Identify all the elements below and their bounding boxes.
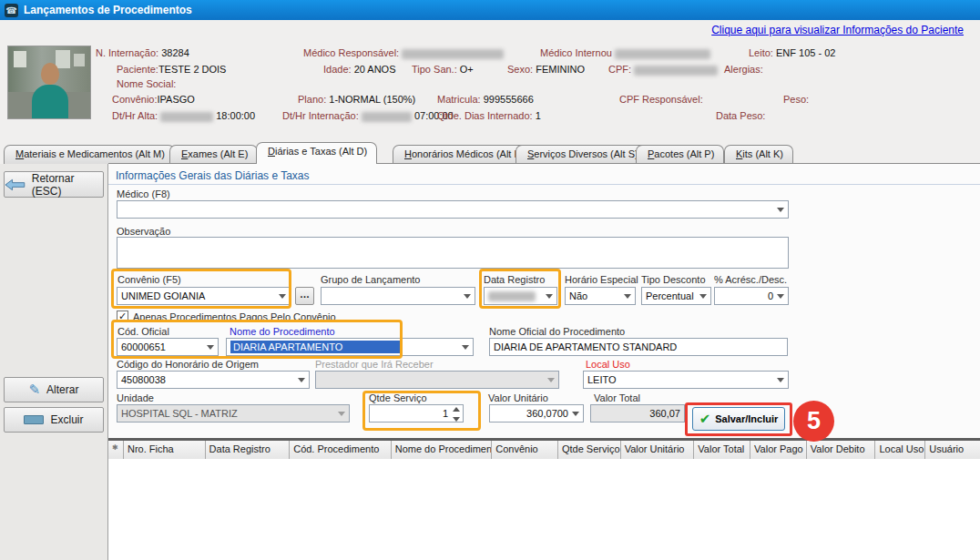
chevron-down-icon: [777, 208, 784, 212]
redacted-medico-responsavel: [402, 49, 504, 59]
qtde-servico-spinner[interactable]: 1: [369, 404, 464, 423]
medico-label: Médico (F8): [117, 188, 170, 199]
window-title: Lançamentos de Procedimentos: [24, 4, 192, 16]
unidade-combo[interactable]: HOSPITAL SQL - MATRIZ: [117, 404, 350, 423]
nome-oficial-label: Nome Oficial do Procedimento: [489, 326, 625, 337]
grupo-lancamento-combo[interactable]: [321, 287, 475, 305]
grid-selector-column[interactable]: ✱: [108, 441, 124, 459]
alterar-label: Alterar: [46, 383, 78, 396]
data-registro-combo[interactable]: [484, 287, 557, 305]
tab-exames[interactable]: Exames (Alt E): [169, 145, 258, 164]
pagos-convenio-checkbox[interactable]: ✓: [117, 311, 128, 322]
col-valor-total[interactable]: Valor Total: [694, 441, 750, 459]
dt-hr-internacao: Dt/Hr Internação: 07:00:00: [282, 110, 454, 122]
qtde-servico-label2: Qtde Serviço: [369, 392, 427, 403]
pencil-icon: ✎: [29, 382, 41, 398]
redacted-medico-internou: [615, 49, 710, 59]
col-local-uso[interactable]: Local Uso: [875, 441, 925, 459]
retornar-button[interactable]: Retornar (ESC): [4, 171, 104, 198]
tab-kits[interactable]: Kits (Alt K): [724, 145, 793, 164]
col-convenio[interactable]: Convênio: [492, 441, 558, 459]
convenio-paciente: Convênio:IPASGO: [112, 94, 195, 105]
tab-servicos-diversos[interactable]: Serviços Diversos (Alt S): [516, 145, 648, 164]
redacted-dt-alta: [160, 112, 213, 122]
grid-body[interactable]: [108, 459, 980, 560]
excluir-button[interactable]: Excluir: [4, 407, 104, 433]
cpf: CPF:: [608, 64, 718, 76]
leito: Leito: ENF 105 - 02: [749, 47, 835, 58]
chevron-down-icon: [279, 294, 286, 299]
redacted-cpf: [634, 66, 718, 76]
medico-combo[interactable]: [117, 200, 789, 219]
observacao-label: Observação: [117, 226, 170, 237]
alergias: Alergias:: [724, 64, 763, 75]
idade: Idade: 20 ANOS: [323, 64, 396, 75]
col-valor-unitario[interactable]: Valor Unitário: [621, 441, 695, 459]
tab-strip: Materiais e Medicamentos (Alt M) Exames …: [0, 142, 980, 164]
chevron-down-icon: [547, 378, 555, 382]
horario-especial-combo[interactable]: Não: [565, 287, 636, 305]
sexo: Sexo: FEMININO: [507, 64, 585, 75]
section-title: Informações Gerais das Diárias e Taxas: [116, 169, 310, 182]
col-valor-debito[interactable]: Valor Debito: [807, 441, 876, 459]
data-peso: Data Peso:: [716, 110, 765, 121]
chevron-down-icon: [464, 294, 471, 299]
redacted-dt-internacao: [362, 112, 412, 122]
convenio-f5-combo[interactable]: UNIMED GOIANIA: [117, 287, 291, 305]
acresc-desc-label: % Acrésc./Desc.: [714, 274, 787, 285]
nome-social: Nome Social:: [117, 78, 176, 89]
local-uso-combo[interactable]: LEITO: [583, 371, 789, 389]
n-internacao: N. Internação: 38284: [96, 47, 189, 58]
medico-internou: Médico Internou: [540, 47, 710, 59]
chevron-down-icon: [777, 378, 784, 382]
valor-unitario-combo[interactable]: 360,0700: [489, 404, 584, 423]
col-cod-procedimento[interactable]: Cód. Procedimento: [290, 441, 392, 459]
col-qtde-servico[interactable]: Qtde Serviço: [558, 441, 621, 459]
spinner-arrows-icon[interactable]: [452, 407, 460, 422]
acresc-desc-spinner[interactable]: 0: [714, 287, 789, 305]
grid-header: ✱ Nro. Ficha Data Registro Cód. Procedim…: [108, 441, 980, 459]
col-nome-procedimento[interactable]: Nome do Procedimento: [392, 441, 493, 459]
procedure-entry-window: { "window": { "title": "Lançamentos de P…: [0, 0, 980, 560]
nome-procedimento-selection: DIARIA APARTAMENTO: [230, 341, 400, 353]
salvar-incluir-button[interactable]: ✔ Salvar/Incluir: [692, 407, 785, 431]
col-valor-pago[interactable]: Valor Pago: [750, 441, 807, 459]
check-icon: ✔: [699, 411, 711, 427]
back-arrow-icon: [5, 178, 26, 191]
valor-total-label: Valor Total: [594, 392, 640, 403]
nome-oficial-input[interactable]: DIARIA DE APARTAMENTO STANDARD: [489, 338, 788, 356]
left-sidebar: [0, 164, 108, 560]
tab-honorarios-medicos[interactable]: Honorários Médicos (Alt H): [393, 145, 535, 164]
plano: Plano: 1-NORMAL (150%): [298, 94, 415, 105]
cod-oficial-label: Cód. Oficial: [117, 326, 169, 337]
patient-info-link[interactable]: Clique aqui para visualizar Informações …: [711, 24, 964, 36]
cpf-responsavel: CPF Responsável:: [619, 94, 703, 105]
redacted-data-registro: [488, 291, 536, 301]
nome-procedimento-combo[interactable]: DIARIA APARTAMENTO: [226, 338, 474, 356]
col-usuario[interactable]: Usuário: [925, 441, 980, 459]
medico-responsavel: Médico Responsável:: [303, 47, 504, 59]
horario-especial-label: Horário Especial: [565, 274, 638, 285]
cod-oficial-combo[interactable]: 60000651: [117, 338, 219, 356]
tab-materiais-medicamentos[interactable]: Materiais e Medicamentos (Alt M): [4, 145, 175, 164]
convenio-browse-button[interactable]: …: [295, 287, 314, 305]
tab-diarias-taxas[interactable]: Diárias e Taxas (Alt D): [256, 142, 377, 164]
chevron-down-icon: [462, 345, 469, 350]
section-divider: [108, 184, 980, 185]
dias-internado: Qtde. Dias Internado: 1: [437, 110, 541, 121]
col-nro-ficha[interactable]: Nro. Ficha: [124, 441, 206, 459]
chevron-down-icon: [207, 345, 214, 350]
observacao-input[interactable]: [117, 237, 789, 269]
tipo-desconto-combo[interactable]: Percentual: [641, 287, 711, 305]
alterar-button[interactable]: ✎ Alterar: [4, 377, 104, 402]
tab-pacotes[interactable]: Pacotes (Alt P): [636, 145, 724, 164]
prestador-combo[interactable]: [315, 371, 559, 389]
convenio-f5-label: Convênio (F5): [117, 274, 181, 285]
col-data-registro[interactable]: Data Registro: [206, 441, 291, 459]
n-internacao-label: N. Internação:: [96, 47, 158, 58]
cod-honorario-combo[interactable]: 45080038: [117, 371, 310, 389]
dt-hr-alta: Dt/Hr Alta: 18:00:00: [112, 110, 255, 122]
tipo-desconto-label: Tipo Desconto: [641, 274, 706, 285]
tipo-sanguineo: Tipo San.: O+: [412, 64, 474, 75]
peso: Peso:: [783, 94, 809, 105]
